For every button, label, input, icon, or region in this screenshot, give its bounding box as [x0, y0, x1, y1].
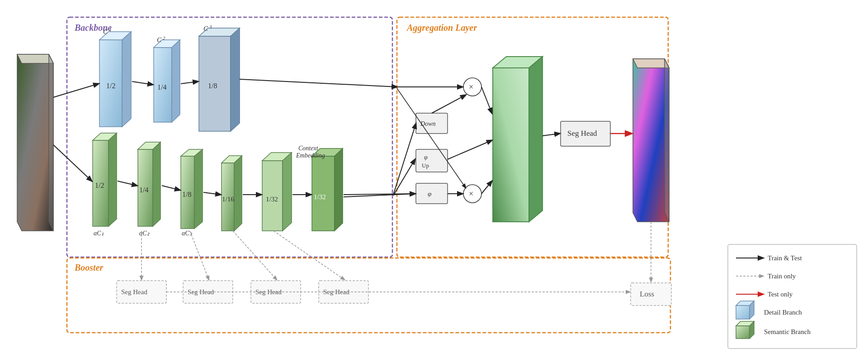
svg-marker-4: [154, 40, 180, 48]
diagram-svg: Backbone Aggregation Layer Booster 1/2 C…: [0, 0, 868, 363]
loss-box: [631, 283, 671, 306]
diagram-container: Backbone Aggregation Layer Booster 1/2 C…: [0, 0, 868, 363]
ac3-feature-map: [181, 156, 194, 229]
booster-seg-head-1-label: Seg Head: [121, 288, 147, 296]
svg-marker-8: [93, 133, 117, 140]
legend-detail-icon-front: [736, 306, 750, 319]
legend-semantic-icon-side: [750, 321, 754, 339]
ac2-to-ac3-arrow: [162, 186, 180, 190]
booster-seg-head-2-label: Seg Head: [188, 288, 214, 296]
input-image: [17, 54, 53, 231]
svg-marker-11: [153, 142, 160, 226]
c2-subscript: 2: [163, 35, 165, 41]
context-embedding-map: [312, 156, 335, 231]
phi-up-label: φ: [424, 154, 428, 161]
aggregation-label: Aggregation Layer: [406, 23, 477, 33]
phi-up-box: [416, 149, 448, 172]
context-embedding-label2: Embedding: [296, 152, 325, 159]
booster-border: [67, 258, 670, 333]
svg-marker-13: [194, 149, 203, 229]
svg-marker-7: [231, 28, 240, 131]
ac2-feature-map: [138, 149, 153, 226]
c2-scale: 1/4: [157, 83, 166, 91]
legend-box: [728, 244, 857, 349]
loss-label: Loss: [640, 290, 654, 298]
ce-to-phiup: [393, 159, 415, 196]
legend-train-only-text: Train only: [768, 272, 796, 280]
s5-feature-map: [262, 161, 283, 231]
s4-scale: 1/16: [222, 196, 234, 203]
ac3-scale: 1/8: [182, 191, 191, 198]
multiply-symbol-top: ×: [469, 82, 473, 91]
svg-marker-15: [234, 156, 242, 231]
svg-marker-18: [312, 148, 343, 156]
ac3-to-booster3-arrow: [233, 231, 277, 280]
agg-to-seghead: [542, 134, 560, 136]
phiup-to-agg: [448, 140, 492, 159]
multiply-circle-top: [463, 78, 481, 96]
output-image: [633, 59, 669, 222]
aggregation-border: [397, 17, 668, 257]
svg-marker-21: [529, 57, 542, 222]
svg-marker-23: [665, 59, 669, 222]
legend-test-only-text: Test only: [768, 291, 793, 298]
svg-marker-6: [199, 28, 240, 36]
booster-seg-head-1: [117, 281, 166, 303]
svg-marker-14: [222, 156, 242, 163]
s5-scale: 1/32: [266, 196, 278, 203]
ac2-to-booster2-arrow: [190, 231, 209, 280]
c1-to-c2-arrow: [132, 81, 153, 85]
booster-label: Booster: [74, 263, 104, 272]
c1-feature-map: [99, 40, 122, 127]
backbone-border: [67, 17, 392, 257]
legend-detail-icon-top: [736, 301, 754, 306]
backbone-label: Backbone: [74, 23, 112, 33]
legend-detail-text: Detail Branch: [764, 309, 802, 316]
svg-marker-0: [17, 54, 53, 63]
seg-head-main: [561, 121, 610, 146]
ac1-scale: 1/2: [95, 182, 104, 189]
ac1-to-ac2-arrow: [118, 181, 137, 186]
ac2-scale: 1/4: [139, 186, 148, 194]
svg-marker-9: [108, 133, 117, 226]
ac3-to-s4-arrow: [203, 192, 221, 195]
multiply-symbol-bottom: ×: [469, 189, 473, 198]
c3-to-agg-arrow: [240, 79, 397, 87]
down-label: Down: [420, 120, 435, 127]
booster-seg-head-2: [183, 281, 233, 303]
legend-semantic-text: Semantic Branch: [764, 328, 811, 335]
ac1-feature-map: [93, 140, 108, 226]
svg-marker-20: [493, 57, 542, 68]
legend-detail-icon-side: [750, 301, 754, 319]
c3-scale: 1/8: [208, 82, 217, 90]
c3-subscript: 3: [209, 24, 212, 29]
ac3-label: αC₃: [182, 230, 193, 237]
input-to-c1-arrow: [53, 84, 99, 97]
booster-seg-head-3-label: Seg Head: [255, 288, 282, 296]
context-embedding-label: Context: [298, 145, 319, 152]
svg-marker-17: [283, 153, 292, 231]
s4-to-booster4-arrow: [274, 231, 344, 280]
ce-scale: 1/32: [314, 193, 326, 201]
booster-seg-head-4: [319, 281, 368, 303]
seg-head-main-label: Seg Head: [567, 129, 597, 138]
multiply-circle-bottom: [463, 185, 481, 203]
down-box: [416, 113, 448, 134]
c1-label: C: [103, 28, 108, 35]
c1-subscript: 1: [109, 27, 112, 33]
c3-label: C: [203, 25, 208, 32]
svg-marker-12: [181, 149, 203, 156]
ce-to-agg-arrow: [344, 194, 415, 195]
c2-label: C: [157, 36, 162, 43]
svg-marker-22: [633, 59, 669, 68]
c3-feature-map: [199, 36, 231, 131]
svg-marker-1: [49, 54, 53, 231]
booster-seg-head-4-label: Seg Head: [323, 288, 349, 296]
up-label: Up: [422, 162, 429, 169]
legend-semantic-icon-top: [736, 321, 754, 326]
ce-to-down: [393, 124, 416, 195]
svg-marker-16: [262, 153, 292, 161]
phi-label: φ: [428, 190, 431, 197]
aggregated-feature-map: [493, 68, 529, 222]
mult-top-to-agg: [481, 87, 492, 113]
